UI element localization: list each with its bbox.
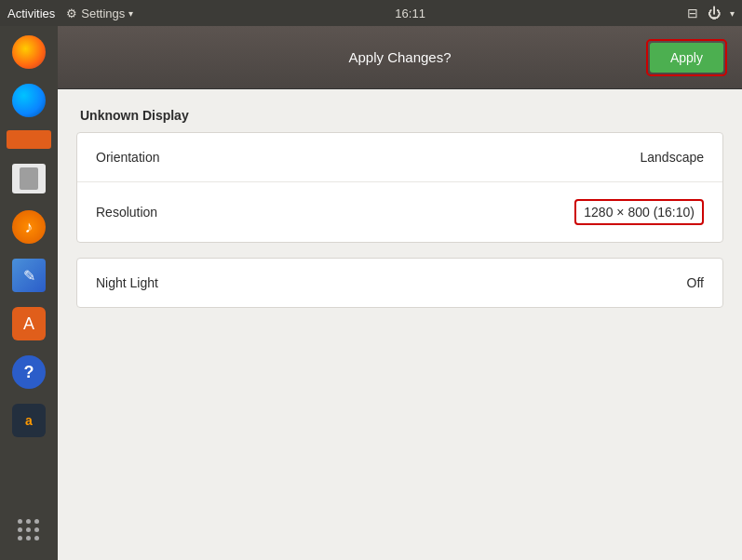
dialog-header-actions: Apply xyxy=(509,39,727,76)
chevron-down-icon: ▾ xyxy=(128,8,133,19)
dock-item-amazon[interactable]: a xyxy=(7,398,51,443)
orientation-value: Landscape xyxy=(640,150,704,165)
grid-icon xyxy=(18,519,40,541)
orientation-row: Orientation Landscape xyxy=(77,133,722,182)
dock-item-music[interactable]: ♪ xyxy=(7,205,51,249)
resolution-label: Resolution xyxy=(96,205,157,220)
resolution-highlight: 1280 × 800 (16:10) xyxy=(574,199,704,225)
dock-item-show-apps[interactable] xyxy=(7,508,51,553)
dock-item-writer[interactable]: ✎ xyxy=(7,253,51,298)
dock-item-firefox[interactable] xyxy=(7,30,51,74)
dock: ♪ ✎ A ? a xyxy=(0,26,58,560)
settings-label: Settings xyxy=(81,7,125,20)
help-icon: ? xyxy=(12,355,46,389)
main-layout: ♪ ✎ A ? a xyxy=(0,26,742,560)
music-icon: ♪ xyxy=(12,210,46,244)
dock-item-thunderbird[interactable] xyxy=(7,78,51,123)
night-light-label: Night Light xyxy=(96,275,158,290)
firefox-icon xyxy=(12,35,46,69)
settings-content: Unknown Display Orientation Landscape Re… xyxy=(58,89,742,560)
orientation-label: Orientation xyxy=(96,150,159,165)
night-light-row[interactable]: Night Light Off xyxy=(77,259,722,307)
settings-menu[interactable]: ⚙ Settings ▾ xyxy=(66,7,133,20)
appstore-icon: A xyxy=(12,307,46,340)
top-bar: Activities ⚙ Settings ▾ 16:11 ⊟ ⏻ ▾ xyxy=(0,0,742,26)
thunderbird-icon xyxy=(12,84,46,117)
resolution-row[interactable]: Resolution 1280 × 800 (16:10) xyxy=(77,182,722,242)
dialog-title: Apply Changes? xyxy=(290,49,508,65)
writer-icon: ✎ xyxy=(12,259,46,292)
dock-item-help[interactable]: ? xyxy=(7,350,51,394)
amazon-icon: a xyxy=(12,404,46,437)
system-menu-chevron[interactable]: ▾ xyxy=(730,8,735,19)
resolution-value: 1280 × 800 (16:10) xyxy=(584,205,695,220)
display-card: Orientation Landscape Resolution 1280 × … xyxy=(76,132,723,243)
apply-button[interactable]: Apply xyxy=(650,43,723,73)
content-area: Apply Changes? Apply Unknown Display Ori… xyxy=(58,26,742,560)
settings-icon: ⚙ xyxy=(66,7,77,20)
dock-item-bar xyxy=(6,127,52,153)
network-icon[interactable]: ⊟ xyxy=(687,6,698,20)
top-bar-right: ⊟ ⏻ ▾ xyxy=(687,6,735,20)
activities-button[interactable]: Activities xyxy=(7,7,55,20)
files-icon xyxy=(12,164,46,193)
section-title: Unknown Display xyxy=(76,108,723,123)
dock-item-appstore[interactable]: A xyxy=(7,301,51,346)
top-bar-left: Activities ⚙ Settings ▾ xyxy=(7,7,133,20)
top-bar-clock: 16:11 xyxy=(395,7,425,20)
dialog-header: Apply Changes? Apply xyxy=(58,26,742,89)
time-display: 16:11 xyxy=(395,7,425,20)
apply-button-highlight: Apply xyxy=(646,39,727,76)
power-icon[interactable]: ⏻ xyxy=(708,6,721,20)
dock-item-files[interactable] xyxy=(7,156,51,201)
orange-bar-icon xyxy=(7,130,51,149)
night-light-value: Off xyxy=(687,275,704,290)
night-light-card: Night Light Off xyxy=(76,258,723,308)
